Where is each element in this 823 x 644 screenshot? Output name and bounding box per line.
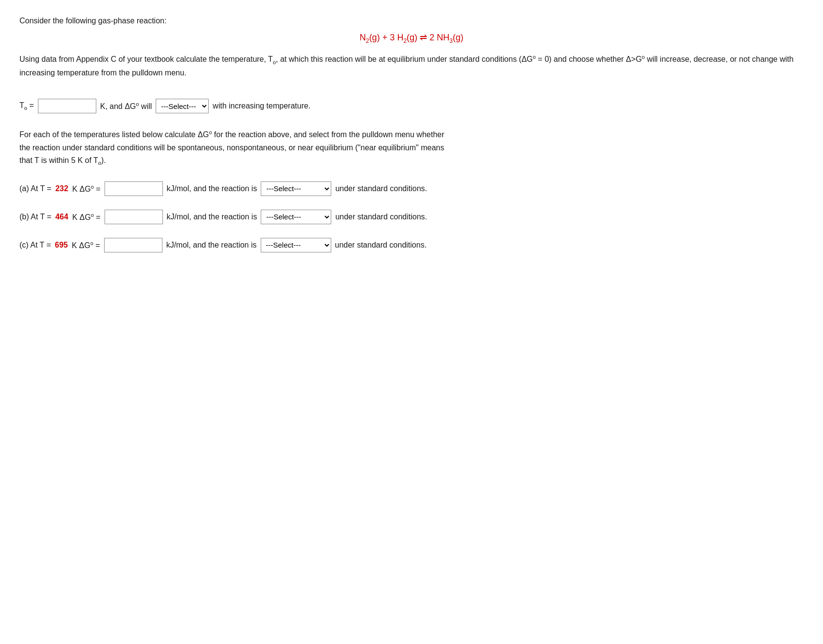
- part-c-temp: 695: [55, 241, 68, 250]
- intro-text: Consider the following gas-phase reactio…: [19, 15, 804, 27]
- part-b-suffix2: under standard conditions.: [335, 213, 427, 221]
- part-b-unit: K ΔGo =: [72, 212, 100, 222]
- part-b-label: (b) At T =: [19, 213, 52, 221]
- description-paragraph: Using data from Appendix C of your textb…: [19, 53, 804, 79]
- to-label: To =: [19, 101, 34, 111]
- part-c-unit: K ΔGo =: [72, 240, 100, 250]
- deltag-change-select[interactable]: ---Select--- increase decrease not chang…: [156, 99, 209, 113]
- part-c-row: (c) At T = 695 K ΔGo = kJ/mol, and the r…: [19, 238, 804, 252]
- part-c-label: (c) At T =: [19, 241, 51, 250]
- part-c-reaction-select[interactable]: ---Select--- spontaneous nonspontaneous …: [261, 238, 331, 252]
- to-input-row: To = K, and ΔGo will ---Select--- increa…: [19, 99, 804, 113]
- part-c-suffix2: under standard conditions.: [335, 241, 427, 250]
- part-a-suffix1: kJ/mol, and the reaction is: [167, 184, 257, 193]
- to-unit-label: K, and ΔGo will: [100, 101, 152, 111]
- second-section-intro: For each of the temperatures listed belo…: [19, 128, 804, 167]
- part-c-suffix1: kJ/mol, and the reaction is: [166, 241, 257, 250]
- part-a-reaction-select[interactable]: ---Select--- spontaneous nonspontaneous …: [261, 181, 331, 196]
- reaction-equation: N2(g) + 3 H2(g) ⇌ 2 NH3(g): [19, 32, 804, 44]
- part-b-suffix1: kJ/mol, and the reaction is: [167, 213, 257, 221]
- part-a-temp: 232: [55, 184, 69, 193]
- part-b-row: (b) At T = 464 K ΔGo = kJ/mol, and the r…: [19, 210, 804, 224]
- part-a-suffix2: under standard conditions.: [335, 184, 427, 193]
- part-b-deltag-input[interactable]: [105, 210, 163, 224]
- to-temperature-input[interactable]: [38, 99, 96, 113]
- part-a-unit: K ΔGo =: [72, 184, 100, 194]
- part-c-deltag-input[interactable]: [104, 238, 162, 252]
- part-a-deltag-input[interactable]: [105, 181, 163, 196]
- to-suffix-label: with increasing temperature.: [213, 102, 310, 110]
- part-b-temp: 464: [55, 213, 69, 221]
- part-a-label: (a) At T =: [19, 184, 52, 193]
- part-b-reaction-select[interactable]: ---Select--- spontaneous nonspontaneous …: [261, 210, 331, 224]
- part-a-row: (a) At T = 232 K ΔGo = kJ/mol, and the r…: [19, 181, 804, 196]
